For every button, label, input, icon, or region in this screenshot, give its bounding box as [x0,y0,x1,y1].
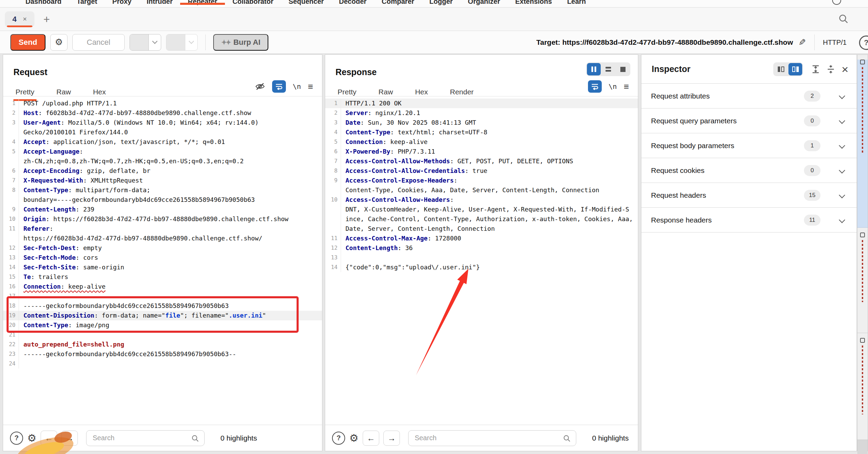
editor-line[interactable]: 16Connection: keep-alive [3,282,322,291]
inspector-section-request-attributes[interactable]: Request attributes2 [641,84,857,109]
editor-line[interactable]: 2Host: f6028b3d-47d2-477d-bb97-48880dbe9… [3,108,322,118]
layout-single-button[interactable] [616,63,630,75]
history-back-split-button[interactable]: ‹ [130,34,161,51]
response-editor[interactable]: 1HTTP/1.1 200 OK2Server: nginx/1.20.13Da… [325,96,638,425]
help-icon[interactable]: ? [10,432,23,445]
history-forward-split-button[interactable]: › [166,34,198,51]
menu-item-decoder[interactable]: Decoder [331,0,374,8]
menu-item-comparer[interactable]: Comparer [374,0,422,8]
help-icon[interactable]: ? [859,35,868,50]
menu-item-extensions[interactable]: Extensions [508,0,560,8]
editor-line[interactable]: 5Accept-Language: [3,147,322,156]
help-icon[interactable]: ? [332,432,345,445]
menu-item-intruder[interactable]: Intruder [139,0,180,8]
menu-item-learn[interactable]: Learn [559,0,593,8]
editor-line[interactable]: 9Content-Length: 239 [3,205,322,214]
prev-match-button[interactable]: ← [363,431,379,446]
send-button[interactable]: Send [10,34,45,51]
chevron-down-icon[interactable] [839,142,845,148]
response-search-box[interactable] [408,430,576,446]
editor-line[interactable]: 9Access-Control-Expose-Headers: [325,176,638,185]
editor-line[interactable]: 10Origin: https://f6028b3d-47d2-477d-bb9… [3,214,322,224]
editor-line[interactable]: 10Access-Control-Allow-Headers: [325,195,638,205]
editor-line[interactable]: Gecko/20100101 Firefox/144.0 [3,127,322,137]
send-settings-button[interactable]: ⚙ [50,34,68,51]
menu-item-collaborator[interactable]: Collaborator [225,0,281,8]
editor-line[interactable]: https://f6028b3d-47d2-477d-bb97-48880dbe… [3,234,322,243]
editor-line[interactable]: 20Content-Type: image/png [3,320,322,330]
editor-line[interactable]: 8Content-Type: multipart/form-data; [3,185,322,195]
editor-line[interactable]: 13Sec-Fetch-Mode: cors [3,253,322,262]
menu-item-sequencer[interactable]: Sequencer [281,0,331,8]
cancel-button[interactable]: Cancel [72,34,125,51]
sidebar-vertical-tab[interactable] [857,338,868,440]
editor-line[interactable]: Content-Type, Cookies, Aaa, Date, Server… [325,185,638,195]
editor-line[interactable]: 11Access-Control-Max-Age: 1728000 [325,234,638,243]
edit-target-icon[interactable]: ✎ [798,37,806,48]
editor-line[interactable]: 6X-Powered-By: PHP/7.3.11 [325,147,638,156]
editor-line[interactable]: 22auto_prepend_file=shell.png [3,340,322,349]
editor-line[interactable]: 17 [3,291,322,301]
layout-rows-button[interactable] [601,63,615,75]
inspector-section-request-query-parameters[interactable]: Request query parameters0 [641,109,857,133]
editor-line[interactable]: 4Content-Type: text/html; charset=UTF-8 [325,127,638,137]
editor-line[interactable]: 7Access-Control-Allow-Methods: GET, POST… [325,156,638,166]
menu-item-logger[interactable]: Logger [422,0,461,8]
menu-item-organizer[interactable]: Organizer [460,0,507,8]
editor-line[interactable]: ince, Cache-Control, Content-Type, Autho… [325,214,638,224]
add-tab-button[interactable]: + [43,14,50,25]
editor-line[interactable]: zh-CN,zh;q=0.8,zh-TW;q=0.7,zh-HK;q=0.5,e… [3,156,322,166]
show-newlines-icon[interactable]: \n [609,82,617,91]
close-icon[interactable]: × [841,63,848,75]
repeater-tab-4[interactable]: 4 × [5,11,34,27]
burp-ai-button[interactable]: ✦✦ Burp AI [213,34,268,51]
editor-line[interactable]: 23------geckoformboundarybb4dc69cce26155… [3,349,322,359]
editor-line[interactable]: 5Connection: keep-alive [325,137,638,147]
editor-line[interactable]: 1HTTP/1.1 200 OK [325,99,638,108]
inspector-section-request-cookies[interactable]: Request cookies0 [641,158,857,183]
editor-line[interactable]: 24 [3,359,322,369]
next-match-button[interactable]: → [383,431,400,446]
word-wrap-icon[interactable] [588,80,602,93]
word-wrap-icon[interactable] [272,80,286,93]
expand-all-icon[interactable] [811,65,820,74]
editor-line[interactable]: 1POST /upload.php HTTP/1.1 [3,99,322,108]
editor-line[interactable]: 3User-Agent: Mozilla/5.0 (Windows NT 10.… [3,118,322,127]
layout-columns-button[interactable] [587,63,601,75]
menu-item-target[interactable]: Target [69,0,105,8]
editor-line[interactable]: 14Sec-Fetch-Site: same-origin [3,262,322,272]
editor-line[interactable]: 12Content-Length: 36 [325,243,638,253]
editor-menu-icon[interactable]: ≡ [624,81,629,92]
gear-icon[interactable]: ⚙ [349,433,359,443]
chevron-down-icon[interactable] [839,217,845,223]
editor-line[interactable]: 4Accept: application/json, text/javascri… [3,137,322,147]
back-icon[interactable]: ‹ [130,34,148,51]
editor-line[interactable]: 2Server: nginx/1.20.1 [325,108,638,118]
editor-line[interactable]: 7X-Requested-With: XMLHttpRequest [3,176,322,185]
hide-nonprintable-icon[interactable] [255,82,265,91]
request-search-box[interactable] [86,430,205,446]
chevron-down-icon[interactable] [839,192,845,198]
editor-line[interactable]: 18------geckoformboundarybb4dc69cce26155… [3,301,322,311]
sidebar-vertical-tab[interactable] [857,233,868,333]
sidebar-vertical-tab-active[interactable] [857,60,868,228]
editor-line[interactable]: 19Content-Disposition: form-data; name="… [3,311,322,320]
request-editor[interactable]: 1POST /upload.php HTTP/1.12Host: f6028b3… [3,96,322,425]
menu-item-proxy[interactable]: Proxy [105,0,139,8]
editor-line[interactable]: 15Te: trailers [3,272,322,282]
inspector-section-response-headers[interactable]: Response headers11 [641,208,857,233]
editor-line[interactable]: 3Date: Sun, 30 Nov 2025 08:41:13 GMT [325,118,638,127]
editor-line[interactable]: 12Sec-Fetch-Dest: empty [3,243,322,253]
account-icon[interactable] [832,0,841,5]
editor-line[interactable]: boundary=----geckoformboundarybb4dc69cce… [3,195,322,205]
editor-menu-icon[interactable]: ≡ [308,81,313,92]
editor-line[interactable]: 6Accept-Encoding: gzip, deflate, br [3,166,322,176]
chevron-down-icon[interactable] [839,93,845,99]
menu-item-repeater[interactable]: Repeater [180,0,225,8]
search-icon[interactable] [838,14,849,24]
inspector-dock-left-button[interactable] [774,63,788,75]
editor-line[interactable]: Date, Server, Content-Length, Connection [325,224,638,234]
chevron-down-icon[interactable] [839,117,845,124]
editor-line[interactable]: 13 [325,253,638,262]
show-newlines-icon[interactable]: \n [293,82,301,91]
